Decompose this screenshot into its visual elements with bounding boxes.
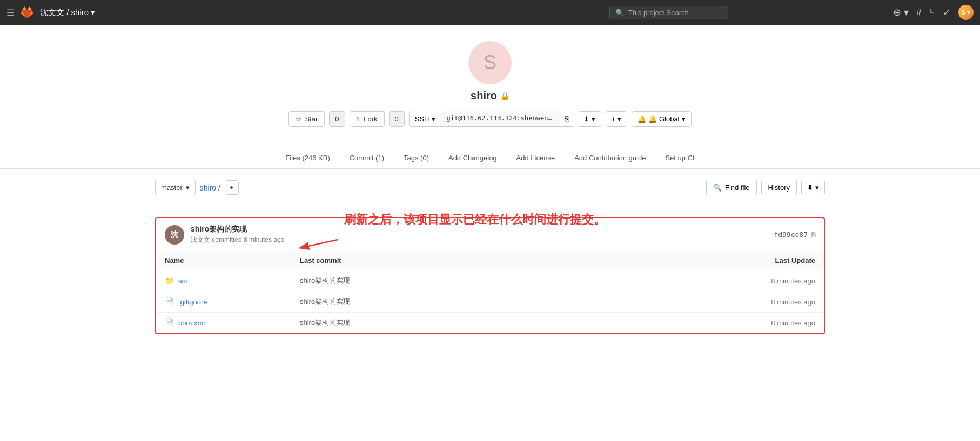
branch-selector[interactable]: master ▾ — [155, 180, 196, 195]
chevron-down-icon-4: ▾ — [682, 115, 686, 123]
ssh-url: git@116.62.113.124:shenwenwen/shi — [441, 111, 560, 127]
file-table-header: Name Last commit Last Update — [156, 251, 824, 270]
hash-copy-button[interactable]: ⎘ — [811, 230, 815, 239]
branch-name: master — [161, 184, 183, 192]
chevron-down-icon-3: ▾ — [617, 115, 621, 123]
file-name-pom[interactable]: 📄 pom.xml — [165, 318, 300, 327]
tab-contribution[interactable]: Add Contribution guide — [565, 148, 655, 168]
download-repo-button[interactable]: ⬇ ▾ — [801, 180, 825, 195]
file-icon: 📄 — [165, 297, 174, 306]
last-commit-src: shiro架构的实现 — [300, 276, 718, 286]
last-update-pom: 8 minutes ago — [718, 319, 815, 327]
download-icon: ⬇ — [583, 115, 589, 123]
file-name-gitignore[interactable]: 📄 .gitignore — [165, 297, 300, 306]
avatar[interactable]: S ▾ — [958, 5, 974, 20]
history-label: History — [768, 184, 790, 192]
table-row: 📄 .gitignore shiro架构的实现 8 minutes ago — [156, 291, 824, 313]
search-icon: 🔍 — [615, 9, 624, 17]
hash-icon[interactable]: # — [916, 7, 922, 18]
tab-license[interactable]: Add License — [507, 148, 565, 168]
add-button[interactable]: + ▾ — [606, 111, 628, 127]
merge-request-icon[interactable]: ⑂ — [929, 7, 935, 18]
star-button[interactable]: ☆ ☆ Star Star — [288, 111, 325, 127]
last-commit-pom: shiro架构的实现 — [300, 318, 718, 328]
add-folder-button[interactable]: + — [225, 180, 239, 195]
star-count: 0 — [329, 111, 345, 127]
bell-icon: 🔔 — [637, 115, 646, 123]
last-update-gitignore: 8 minutes ago — [718, 298, 815, 306]
hamburger-icon[interactable]: ☰ — [6, 8, 14, 18]
lock-icon: 🔒 — [500, 92, 509, 100]
download-icon-2: ⬇ — [807, 184, 813, 192]
committer-avatar: 沈 — [165, 225, 184, 245]
commit-meta: 沈文文 committed 8 minutes ago — [191, 235, 284, 245]
breadcrumb[interactable]: 沈文文 / shiro ▾ — [40, 8, 95, 18]
copy-icon: ⎘ — [565, 114, 569, 123]
tab-changelog[interactable]: Add Changelog — [439, 148, 507, 168]
ssh-label: SSH — [415, 115, 429, 123]
tab-commit[interactable]: Commit (1) — [340, 148, 394, 168]
file-table: Name Last commit Last Update 📁 src shiro… — [155, 251, 825, 334]
file-name-src[interactable]: 📁 src — [165, 276, 300, 285]
chevron-down-icon-5: ▾ — [186, 184, 190, 192]
file-name-text: src — [178, 277, 187, 285]
commit-header: 沈 shiro架构的实现 沈文文 committed 8 minutes ago… — [155, 217, 825, 251]
tab-files[interactable]: Files (246 KB) — [276, 148, 339, 168]
chevron-down-icon-2: ▾ — [592, 115, 595, 123]
chevron-down-icon-6: ▾ — [815, 184, 819, 192]
copy-button[interactable]: ⎘ — [560, 111, 573, 127]
main-content: master ▾ shiro / + 🔍 🔍 Find file Find fi… — [139, 169, 841, 345]
commit-hash: fd99cd87 ⎘ — [774, 230, 815, 239]
commit-message: shiro架构的实现 — [191, 225, 284, 234]
project-avatar: S — [468, 41, 512, 84]
last-commit-gitignore: shiro架构的实现 — [300, 297, 718, 307]
hash-value: fd99cd87 — [774, 230, 808, 239]
check-icon[interactable]: ✓ — [943, 6, 951, 18]
annotation-area: 刷新之后，该项目显示已经在什么时间进行提交。 沈 shiro架构的实现 沈文文 … — [155, 217, 825, 334]
tab-tags[interactable]: Tags (0) — [394, 148, 439, 168]
last-update-src: 8 minutes ago — [718, 277, 815, 285]
fork-count: 0 — [389, 111, 405, 127]
gitlab-logo — [19, 5, 35, 20]
file-name-text: .gitignore — [178, 298, 207, 306]
chevron-down-icon: ▾ — [432, 115, 435, 123]
col-last-update: Last Update — [718, 256, 815, 264]
project-header: S shiro 🔒 ☆ ☆ Star Star 0 ⑂ Fork Fork 0 … — [0, 25, 980, 148]
notification-label: 🔔 Global — [648, 115, 679, 123]
ssh-group: SSH ▾ git@116.62.113.124:shenwenwen/shi … — [409, 111, 573, 127]
fork-icon: ⑂ — [357, 115, 361, 123]
folder-icon: 📁 — [165, 276, 174, 285]
col-name: Name — [165, 256, 300, 264]
star-icon: ☆ — [296, 115, 302, 123]
search-box[interactable]: 🔍 This project Search — [609, 6, 728, 19]
download-button[interactable]: ⬇ ▾ — [578, 111, 601, 127]
repo-path-link[interactable]: shiro — [200, 184, 216, 192]
topnav: ☰ 沈文文 / shiro ▾ 🔍 This project Search ⊕ … — [0, 0, 980, 25]
col-last-commit: Last commit — [300, 256, 718, 264]
svg-marker-3 — [22, 6, 27, 10]
project-name: shiro — [471, 90, 497, 102]
ssh-button[interactable]: SSH ▾ — [409, 111, 441, 127]
table-row: 📄 pom.xml shiro架构的实现 8 minutes ago — [156, 313, 824, 333]
plus-icon-3: + — [230, 184, 234, 192]
tab-bar: Files (246 KB) Commit (1) Tags (0) Add C… — [0, 148, 980, 169]
repo-controls: master ▾ shiro / + 🔍 🔍 Find file Find fi… — [155, 180, 825, 195]
tab-ci[interactable]: Set up CI — [655, 148, 704, 168]
svg-marker-4 — [27, 6, 32, 10]
fork-button[interactable]: ⑂ Fork Fork — [350, 111, 385, 127]
path-separator: / — [218, 184, 220, 192]
history-button[interactable]: History — [761, 180, 797, 195]
find-file-button[interactable]: 🔍 🔍 Find file Find file — [706, 180, 757, 195]
search-icon-2: 🔍 — [713, 184, 722, 192]
project-title: shiro 🔒 — [471, 90, 509, 102]
action-bar: ☆ ☆ Star Star 0 ⑂ Fork Fork 0 SSH ▾ git@… — [288, 111, 691, 127]
search-placeholder: This project Search — [628, 9, 689, 17]
plus-icon[interactable]: ⊕ ▾ — [893, 6, 909, 18]
breadcrumb-path: shiro / — [200, 184, 220, 192]
file-icon-2: 📄 — [165, 318, 174, 327]
file-name-text: pom.xml — [178, 319, 205, 327]
plus-icon-2: + — [612, 115, 616, 123]
table-row: 📁 src shiro架构的实现 8 minutes ago — [156, 270, 824, 291]
notification-button[interactable]: 🔔 🔔 Global ▾ — [632, 111, 691, 127]
